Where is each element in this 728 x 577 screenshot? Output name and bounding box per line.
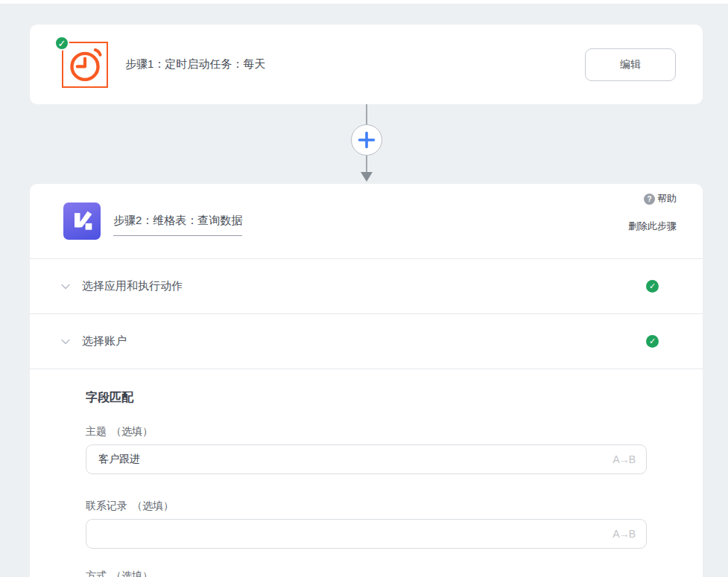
step1-title: 步骤1：定时启动任务：每天 xyxy=(125,57,585,71)
section-label: 选择应用和执行动作 xyxy=(82,279,646,293)
alarm-clock-icon: ✓ xyxy=(62,42,108,88)
connector-line-top xyxy=(366,104,367,124)
field-label-contact-record: 联系记录（选填） xyxy=(86,500,647,513)
step2-card: 步骤2：维格表：查询数据 ? 帮助 删除此步骤 选择应用和执行动作 ✓ 选择账户… xyxy=(30,184,703,577)
workflow-connector xyxy=(30,104,703,184)
plus-icon xyxy=(358,131,376,149)
page-top-strip xyxy=(0,0,728,4)
section-choose-account[interactable]: 选择账户 ✓ xyxy=(30,313,703,369)
check-circle-icon: ✓ xyxy=(646,280,659,293)
field-matching-heading: 字段匹配 xyxy=(86,390,647,406)
field-input-wrap: A→B xyxy=(86,519,647,549)
chevron-down-icon xyxy=(60,336,72,348)
subject-field[interactable] xyxy=(86,444,647,474)
a-to-b-mapper-icon[interactable]: A→B xyxy=(613,519,635,549)
chevron-down-icon xyxy=(60,281,72,293)
step1-success-badge-icon: ✓ xyxy=(54,36,69,51)
question-circle-icon: ? xyxy=(644,194,655,205)
help-link[interactable]: ? 帮助 xyxy=(644,192,677,205)
delete-step-link[interactable]: 删除此步骤 xyxy=(628,220,677,233)
contact-record-field[interactable] xyxy=(86,519,647,549)
arrow-down-icon xyxy=(361,172,373,182)
field-label-subject: 主题（选填） xyxy=(86,425,647,439)
section-label: 选择账户 xyxy=(82,334,646,348)
section-choose-app-action[interactable]: 选择应用和执行动作 ✓ xyxy=(30,258,703,313)
vika-grid-logo-icon xyxy=(63,203,101,240)
field-input-wrap: A→B xyxy=(86,444,647,474)
a-to-b-mapper-icon[interactable]: A→B xyxy=(613,444,635,474)
check-circle-icon: ✓ xyxy=(646,335,659,348)
step2-title[interactable]: 步骤2：维格表：查询数据 xyxy=(113,214,242,236)
field-matching-section: 字段匹配 主题（选填） A→B 联系记录（选填） A→B 方式（选填） xyxy=(30,369,703,577)
add-step-button[interactable] xyxy=(351,124,382,156)
field-label-method: 方式（选填） xyxy=(86,570,647,577)
connector-line-bottom xyxy=(366,156,367,172)
edit-button[interactable]: 编辑 xyxy=(585,48,676,81)
step2-header: 步骤2：维格表：查询数据 ? 帮助 删除此步骤 xyxy=(30,184,703,258)
step1-card: ✓ 步骤1：定时启动任务：每天 编辑 xyxy=(30,25,703,104)
help-label: 帮助 xyxy=(657,192,677,205)
